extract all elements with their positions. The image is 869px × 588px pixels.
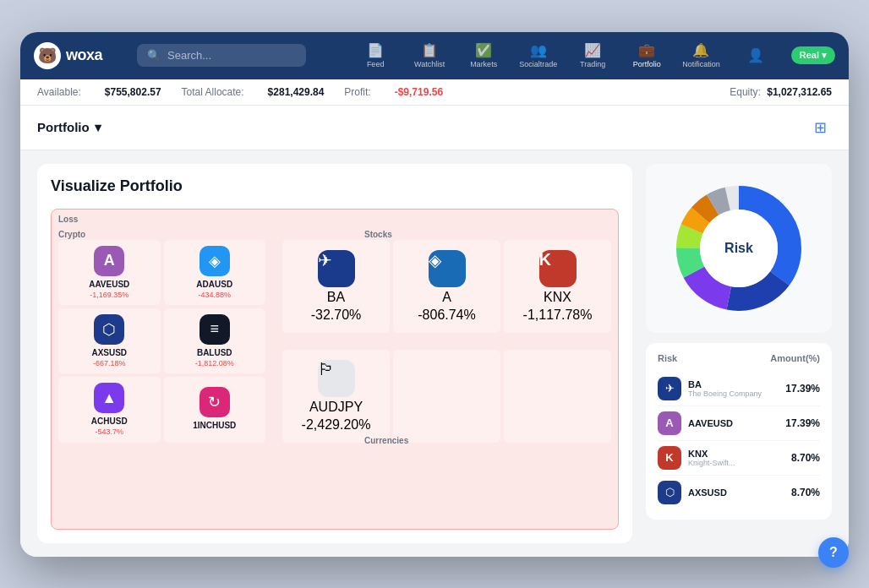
ba-icon: ✈ <box>318 250 355 287</box>
profit-value: -$9,719.56 <box>395 86 443 98</box>
risk-ba-pct: 17.39% <box>785 383 820 395</box>
equity-value: $1,027,312.65 <box>767 86 832 98</box>
bottom-left-divider <box>58 446 265 456</box>
ba-change: -32.70% <box>311 308 362 323</box>
risk-knx-icon: K <box>658 446 681 470</box>
risk-row-ba[interactable]: ✈ BA The Boeing Company 17.39% <box>658 372 820 406</box>
help-button[interactable]: ? <box>818 537 849 568</box>
nav-item-socialtrade[interactable]: 👥 Socialtrade <box>519 42 557 68</box>
treemap-cell-a[interactable]: ◈ A -806.74% <box>393 240 500 333</box>
currencies-label: Currencies <box>364 436 408 445</box>
amount-col-label: Amount(%) <box>770 353 820 363</box>
treemap-cell-aaveusd[interactable]: A AAVEUSD -1,169.35% <box>58 240 161 305</box>
profit-label: Profit: <box>344 86 370 98</box>
risk-axs-name: AXSUSD <box>688 487 784 498</box>
risk-table-card: Risk Amount(%) ✈ BA The Boeing Company 1… <box>646 343 832 520</box>
watchlist-icon: 📋 <box>421 42 438 58</box>
stocks-section: ✈ BA -32.70% ◈ A -806.74% <box>282 240 611 333</box>
donut-label: Risk <box>724 241 753 256</box>
knx-change: -1,117.78% <box>523 308 593 323</box>
risk-ba-sub: The Boeing Company <box>688 389 779 398</box>
markets-icon: ✅ <box>475 42 492 58</box>
a-icon: ◈ <box>429 250 466 287</box>
risk-ba-info: BA The Boeing Company <box>688 379 779 398</box>
portfolio-title-btn[interactable]: Portfolio ▾ <box>37 120 101 135</box>
notification-icon: 🔔 <box>692 42 709 58</box>
nav-item-portfolio[interactable]: 💼 Portfolio <box>628 42 665 68</box>
nav-item-feed[interactable]: 📄 Feed <box>357 42 394 68</box>
risk-col-label: Risk <box>658 353 677 363</box>
treemap-cell-achusd[interactable]: ▲ ACHUSD -543.7% <box>58 377 161 442</box>
equity-area: Equity: $1,027,312.65 <box>730 86 832 98</box>
audjpy-name: AUDJPY <box>309 400 363 415</box>
treemap-cell-1inchusd[interactable]: ↻ 1INCHUSD <box>164 377 266 442</box>
markets-label: Markets <box>470 60 497 68</box>
search-bar[interactable]: 🔍 <box>137 44 306 67</box>
socialtrade-icon: 👥 <box>530 42 547 58</box>
ach-change: -543.7% <box>95 427 123 436</box>
aave-name: AAVEUSD <box>89 280 129 289</box>
equity-label: Equity: <box>730 86 761 98</box>
search-icon: 🔍 <box>147 49 161 62</box>
risk-row-aaveusd[interactable]: A AAVEUSD 17.39% <box>658 406 820 441</box>
crypto-label: Crypto <box>58 230 85 239</box>
account-bar: Available: $755,802.57 Total Allocate: $… <box>20 79 849 106</box>
nav-item-watchlist[interactable]: 📋 Watchlist <box>411 42 448 68</box>
feed-label: Feed <box>367 60 385 68</box>
risk-knx-pct: 8.70% <box>791 452 820 464</box>
portfolio-label: Portfolio <box>633 60 661 68</box>
nav-item-notification[interactable]: 🔔 Notification <box>682 42 720 68</box>
available-label: Available: <box>37 86 81 98</box>
loss-label: Loss <box>58 215 78 224</box>
divider-row <box>282 336 611 346</box>
nav-item-trading[interactable]: 📈 Trading <box>574 42 611 68</box>
content-area: Visualize Portfolio Loss Crypto Stocks C… <box>20 150 849 557</box>
grid-view-button[interactable]: ⊞ <box>808 116 832 139</box>
treemap-cell-audjpy[interactable]: 🏳 AUDJPY -2,429.20% <box>282 350 390 443</box>
nav-item-markets[interactable]: ✅ Markets <box>465 42 502 68</box>
risk-knx-name: KNX <box>688 449 784 459</box>
1inch-name: 1INCHUSD <box>193 421 236 430</box>
risk-axs-pct: 8.70% <box>791 487 820 498</box>
stocks-label: Stocks <box>364 230 392 239</box>
allocate-value: $281,429.84 <box>268 86 325 98</box>
ba-name: BA <box>327 290 345 305</box>
risk-knx-info: KNX Knight-Swift... <box>688 449 784 467</box>
risk-ba-name: BA <box>688 379 779 389</box>
donut-chart-card: Risk <box>646 164 832 333</box>
ada-change: -434.88% <box>198 291 231 299</box>
feed-icon: 📄 <box>367 42 384 58</box>
audjpy-change: -2,429.20% <box>302 417 371 433</box>
treemap-cell-axsusd[interactable]: ⬡ AXSUSD -667.18% <box>58 308 161 373</box>
axs-name: AXSUSD <box>91 348 127 357</box>
risk-row-knx[interactable]: K KNX Knight-Swift... 8.70% <box>658 441 820 476</box>
bottom-center-divider <box>269 446 279 456</box>
treemap-cell-balusd[interactable]: ≡ BALUSD -1,812.08% <box>164 308 266 373</box>
knx-name: KNX <box>544 290 571 305</box>
available-value: $755,802.57 <box>105 86 161 98</box>
aave-change: -1,169.35% <box>90 291 128 299</box>
account-badge[interactable]: Real ▾ <box>791 46 835 64</box>
axs-icon: ⬡ <box>94 314 124 345</box>
treemap-cell-knx[interactable]: K KNX -1,117.78% <box>504 240 611 333</box>
risk-row-axsusd[interactable]: ⬡ AXSUSD 8.70% <box>658 476 820 509</box>
account-icon: 👤 <box>747 47 764 63</box>
treemap-cell-currency-empty-2 <box>504 350 611 443</box>
treemap-cell-adausd[interactable]: ◈ ADAUSD -434.88% <box>164 240 266 305</box>
treemap-cell-ba[interactable]: ✈ BA -32.70% <box>282 240 390 333</box>
bottom-right-divider <box>282 446 611 456</box>
main-content: Visualize Portfolio Loss Crypto Stocks C… <box>20 150 849 557</box>
visualize-title: Visualize Portfolio <box>51 177 619 195</box>
axs-change: -667.18% <box>93 359 126 368</box>
logo-icon: 🐻 <box>34 42 61 69</box>
nav-account[interactable]: 👤 <box>737 47 774 63</box>
portfolio-title-text: Portfolio <box>37 120 90 134</box>
risk-aave-name: AAVEUSD <box>688 418 779 428</box>
portfolio-dropdown-icon: ▾ <box>95 120 101 135</box>
search-input[interactable] <box>167 49 296 62</box>
divider-col <box>269 240 279 443</box>
logo[interactable]: 🐻 woxa <box>34 42 127 69</box>
bal-change: -1,812.08% <box>195 359 234 368</box>
treemap-cell-currency-empty-1 <box>393 350 500 443</box>
risk-aave-pct: 17.39% <box>785 417 820 429</box>
